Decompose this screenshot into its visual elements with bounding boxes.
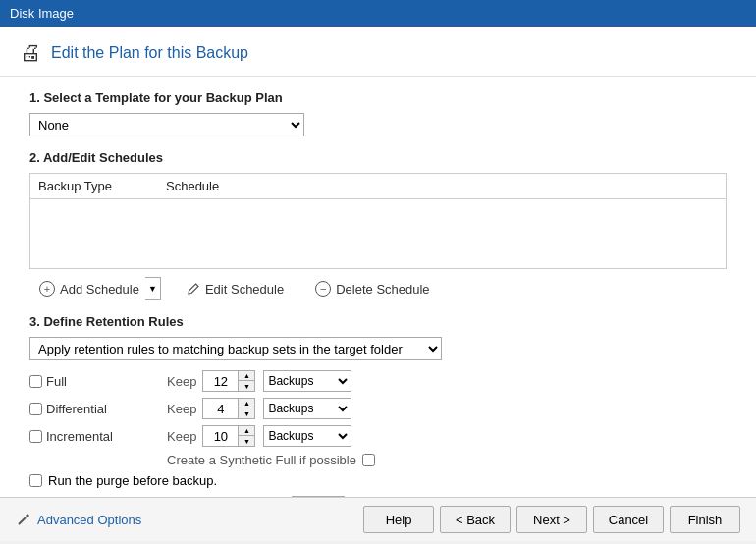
- synthetic-row: Create a Synthetic Full if possible: [29, 453, 727, 467]
- edit-schedule-icon: [187, 282, 200, 296]
- differential-checkbox[interactable]: [29, 403, 42, 415]
- next-button[interactable]: Next >: [516, 506, 587, 533]
- apply-row: Apply retention rules to matching backup…: [29, 337, 727, 360]
- full-keep-label: Keep: [167, 374, 196, 389]
- title-bar-label: Disk Image: [10, 6, 74, 21]
- full-spinbox-buttons: ▲ ▼: [238, 370, 255, 392]
- differential-spinbox-down[interactable]: ▼: [239, 408, 254, 418]
- section1-label: 1. Select a Template for your Backup Pla…: [29, 90, 727, 105]
- schedule-table-header: Backup Type Schedule: [30, 174, 726, 199]
- full-checkbox[interactable]: [29, 375, 42, 388]
- add-schedule-button[interactable]: + Add Schedule: [33, 277, 145, 300]
- add-schedule-wrapper: + Add Schedule ▼: [33, 277, 161, 300]
- incremental-row: Incremental Keep ▲ ▼ Backups Days Weeks …: [29, 425, 727, 447]
- differential-checkbox-label[interactable]: Differential: [29, 402, 157, 416]
- differential-spinbox-up[interactable]: ▲: [239, 399, 254, 408]
- synthetic-checkbox[interactable]: [362, 454, 375, 466]
- col-schedule: Schedule: [166, 179, 219, 193]
- schedule-table: Backup Type Schedule: [29, 173, 727, 269]
- incremental-checkbox[interactable]: [29, 430, 42, 443]
- incremental-spinbox: ▲ ▼: [202, 425, 255, 447]
- delete-schedule-label: Delete Schedule: [336, 282, 429, 297]
- full-spinbox-input[interactable]: [202, 370, 238, 392]
- full-label: Full: [46, 374, 67, 389]
- differential-spinbox: ▲ ▼: [202, 398, 255, 419]
- incremental-spinbox-input[interactable]: [202, 425, 238, 447]
- differential-label: Differential: [46, 402, 107, 416]
- run-purge-row: Run the purge before backup.: [29, 473, 727, 488]
- retention-section: 3. Define Retention Rules Apply retentio…: [29, 314, 727, 497]
- add-schedule-dropdown-arrow[interactable]: ▼: [145, 277, 161, 300]
- template-select[interactable]: None Daily Weekly Monthly: [29, 113, 304, 136]
- full-spinbox-down[interactable]: ▼: [239, 381, 254, 391]
- incremental-unit-select[interactable]: Backups Days Weeks Months: [263, 425, 351, 447]
- incremental-label: Incremental: [46, 429, 113, 444]
- disk-image-icon: 🖨: [20, 40, 41, 66]
- header-title: Edit the Plan for this Backup: [51, 44, 248, 62]
- edit-schedule-button[interactable]: Edit Schedule: [181, 278, 290, 300]
- add-schedule-label: Add Schedule: [60, 282, 139, 297]
- incremental-spinbox-down[interactable]: ▼: [239, 436, 254, 446]
- synthetic-label: Create a Synthetic Full if possible: [167, 453, 356, 467]
- apply-dropdown[interactable]: Apply retention rules to matching backup…: [29, 337, 442, 360]
- title-bar: Disk Image: [0, 0, 756, 27]
- col-backup-type: Backup Type: [38, 179, 166, 193]
- differential-spinbox-input[interactable]: [202, 398, 238, 419]
- schedule-table-body: [30, 199, 726, 268]
- differential-unit-select[interactable]: Backups Days Weeks Months: [263, 398, 351, 419]
- advanced-options-link[interactable]: Advanced Options: [16, 512, 363, 527]
- add-schedule-icon: +: [39, 281, 55, 297]
- delete-schedule-icon: −: [315, 281, 331, 297]
- full-spinbox: ▲ ▼: [202, 370, 255, 392]
- differential-keep-label: Keep: [167, 402, 196, 416]
- dialog-body: 🖨 Edit the Plan for this Backup 1. Selec…: [0, 27, 756, 541]
- edit-schedule-label: Edit Schedule: [205, 282, 284, 297]
- full-spinbox-up[interactable]: ▲: [239, 371, 254, 381]
- back-button[interactable]: < Back: [440, 506, 511, 533]
- footer-buttons: Help < Back Next > Cancel Finish: [363, 506, 740, 533]
- content-area: 1. Select a Template for your Backup Pla…: [0, 77, 756, 497]
- incremental-spinbox-buttons: ▲ ▼: [238, 425, 255, 447]
- advanced-options-label: Advanced Options: [37, 513, 141, 527]
- differential-row: Differential Keep ▲ ▼ Backups Days Weeks…: [29, 398, 727, 419]
- section2-label: 2. Add/Edit Schedules: [29, 150, 727, 165]
- wrench-icon: [16, 512, 31, 527]
- full-row: Full Keep ▲ ▼ Backups Days Weeks Months: [29, 370, 727, 392]
- differential-spinbox-buttons: ▲ ▼: [238, 398, 255, 419]
- section3-label: 3. Define Retention Rules: [29, 314, 727, 329]
- svg-line-0: [19, 517, 26, 524]
- help-button[interactable]: Help: [363, 506, 434, 533]
- run-purge-checkbox[interactable]: [29, 474, 42, 487]
- header-section: 🖨 Edit the Plan for this Backup: [0, 27, 756, 77]
- full-checkbox-label[interactable]: Full: [29, 374, 157, 389]
- schedule-actions: + Add Schedule ▼ Edit Schedule − Delete …: [29, 277, 727, 300]
- run-purge-label: Run the purge before backup.: [48, 473, 217, 488]
- full-unit-select[interactable]: Backups Days Weeks Months: [263, 370, 351, 392]
- incremental-keep-label: Keep: [167, 429, 196, 444]
- finish-button[interactable]: Finish: [670, 506, 740, 533]
- incremental-checkbox-label[interactable]: Incremental: [29, 429, 157, 444]
- delete-schedule-button[interactable]: − Delete Schedule: [309, 277, 435, 300]
- cancel-button[interactable]: Cancel: [593, 506, 664, 533]
- footer-section: Advanced Options Help < Back Next > Canc…: [0, 497, 756, 541]
- incremental-spinbox-up[interactable]: ▲: [239, 426, 254, 436]
